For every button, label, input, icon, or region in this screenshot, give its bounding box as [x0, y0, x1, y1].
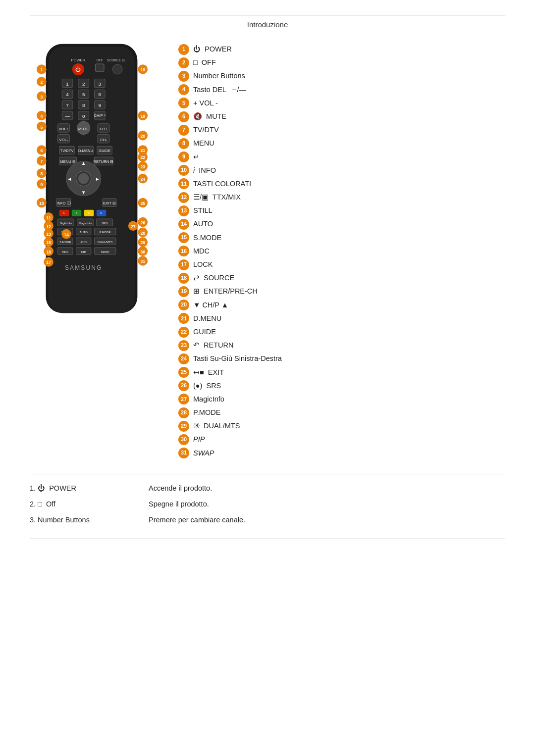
legend-item-9: 9 ↵	[178, 151, 505, 163]
svg-text:SOURCE ⊟: SOURCE ⊟	[107, 58, 125, 62]
svg-text:5: 5	[82, 92, 85, 97]
legend-text-13: STILL	[193, 205, 213, 216]
legend-item-7: 7 TV/DTV	[178, 124, 505, 136]
badge-3: 3	[178, 71, 189, 82]
svg-text:SWAP: SWAP	[101, 251, 109, 253]
svg-text:VOL+: VOL+	[59, 127, 69, 131]
badge-22: 22	[178, 327, 189, 338]
svg-text:14: 14	[64, 232, 69, 237]
svg-text:CHIP ^: CHIP ^	[94, 113, 106, 118]
legend-text-30: PIP	[193, 434, 205, 445]
legend-item-14: 14 AUTO	[178, 218, 505, 230]
descriptions-section: 1. ⏻ POWER Accende il prodotto. 2. □ Off…	[30, 474, 505, 524]
svg-text:SRS: SRS	[102, 222, 107, 225]
badge-1: 1	[178, 44, 189, 55]
remote-illustration: POWER ⏻ OFF SOURCE ⊟ 1 2 3 4 5	[30, 39, 168, 320]
svg-text:8: 8	[40, 171, 43, 176]
legend-item-29: 29 ③ DUAL/MTS	[178, 420, 505, 432]
svg-text:CH-: CH-	[100, 138, 107, 142]
badge-18: 18	[178, 273, 189, 284]
svg-text:▼: ▼	[81, 190, 86, 195]
legend-text-22: GUIDE	[193, 326, 216, 338]
svg-text:B: B	[76, 211, 78, 214]
legend-text-4: Tasto DEL ‒/—	[193, 84, 246, 96]
svg-text:MDC: MDC	[62, 251, 69, 253]
svg-text:3: 3	[99, 81, 101, 87]
svg-text:18: 18	[140, 67, 145, 72]
legend-item-13: 13 STILL	[178, 205, 505, 216]
svg-text:17: 17	[46, 260, 51, 265]
badge-12: 12	[178, 192, 189, 203]
legend-text-16: MDC	[193, 246, 210, 257]
svg-text:LOCK: LOCK	[80, 241, 88, 244]
svg-text:23: 23	[140, 164, 145, 169]
svg-text:1: 1	[66, 81, 68, 87]
legend-item-25: 25 ↤■ EXIT	[178, 367, 505, 378]
desc-label-3: 3. Number Buttons	[30, 516, 139, 524]
svg-text:1: 1	[40, 67, 43, 72]
svg-text:9: 9	[99, 102, 101, 108]
badge-30: 30	[178, 434, 189, 445]
legend-item-1: 1 ⏻ POWER	[178, 44, 505, 55]
svg-text:3: 3	[40, 95, 43, 100]
svg-text:►: ►	[95, 176, 100, 182]
badge-17: 17	[178, 259, 189, 270]
svg-text:6: 6	[40, 148, 43, 153]
legend-text-17: LOCK	[193, 259, 213, 270]
legend-text-5: + VOL -	[193, 98, 218, 109]
page-title: Introduzione	[30, 20, 505, 29]
legend-item-10: 10 i INFO	[178, 165, 505, 176]
svg-text:4: 4	[40, 114, 43, 119]
legend-item-17: 17 LOCK	[178, 259, 505, 270]
svg-text:NightInfo: NightInfo	[60, 222, 72, 225]
svg-text:MagicInfo: MagicInfo	[79, 222, 92, 225]
svg-text:INFO ⓘ: INFO ⓘ	[56, 201, 70, 205]
svg-text:POWER: POWER	[71, 58, 85, 62]
badge-27: 27	[178, 394, 189, 404]
legend-text-14: AUTO	[193, 218, 213, 230]
svg-text:D: D	[101, 211, 103, 214]
legend-item-27: 27 MagicInfo	[178, 394, 505, 405]
svg-text:24: 24	[140, 177, 145, 182]
svg-text:0: 0	[82, 113, 85, 119]
legend-text-1: ⏻ POWER	[193, 44, 232, 55]
svg-text:12: 12	[46, 224, 51, 229]
legend-item-26: 26 (●) SRS	[178, 380, 505, 392]
svg-rect-6	[96, 64, 104, 71]
svg-text:2: 2	[82, 81, 85, 87]
legend-item-4: 4 Tasto DEL ‒/—	[178, 84, 505, 96]
legend-text-8: MENU	[193, 138, 214, 149]
legend-text-26: (●) SRS	[193, 380, 221, 392]
legend-text-15: S.MODE	[193, 232, 221, 244]
svg-text:9: 9	[40, 182, 43, 187]
legend-item-30: 30 PIP	[178, 434, 505, 445]
badge-31: 31	[178, 448, 189, 458]
svg-text:22: 22	[140, 155, 145, 160]
badge-26: 26	[178, 380, 189, 391]
main-content: POWER ⏻ OFF SOURCE ⊟ 1 2 3 4 5	[30, 39, 505, 459]
svg-text:OFF: OFF	[97, 58, 103, 62]
svg-text:DUAL/MTS: DUAL/MTS	[98, 241, 112, 244]
badge-20: 20	[178, 300, 189, 310]
badge-8: 8	[178, 138, 189, 149]
badge-21: 21	[178, 313, 189, 324]
badge-23: 23	[178, 340, 189, 351]
svg-text:A: A	[63, 211, 65, 214]
svg-text:4: 4	[66, 92, 69, 97]
desc-item-2: 2. □ Off Spegne il prodotto.	[30, 500, 505, 508]
badge-9: 9	[178, 151, 189, 162]
badge-11: 11	[178, 178, 189, 189]
legend-item-3: 3 Number Buttons	[178, 70, 505, 82]
legend-text-19: ⊞ ENTER/PRE-CH	[193, 286, 258, 297]
legend-item-22: 22 GUIDE	[178, 326, 505, 338]
legend-item-8: 8 MENU	[178, 138, 505, 149]
svg-text:AUTO: AUTO	[79, 231, 88, 234]
svg-text:26: 26	[140, 220, 145, 225]
svg-text:7: 7	[40, 159, 43, 164]
bottom-rule	[30, 539, 505, 539]
svg-text:5: 5	[40, 125, 43, 130]
legend-item-15: 15 S.MODE	[178, 232, 505, 244]
badge-7: 7	[178, 125, 189, 136]
legend-text-6: 🔇 MUTE	[193, 111, 226, 122]
svg-text:SAMSUNG: SAMSUNG	[65, 264, 103, 271]
